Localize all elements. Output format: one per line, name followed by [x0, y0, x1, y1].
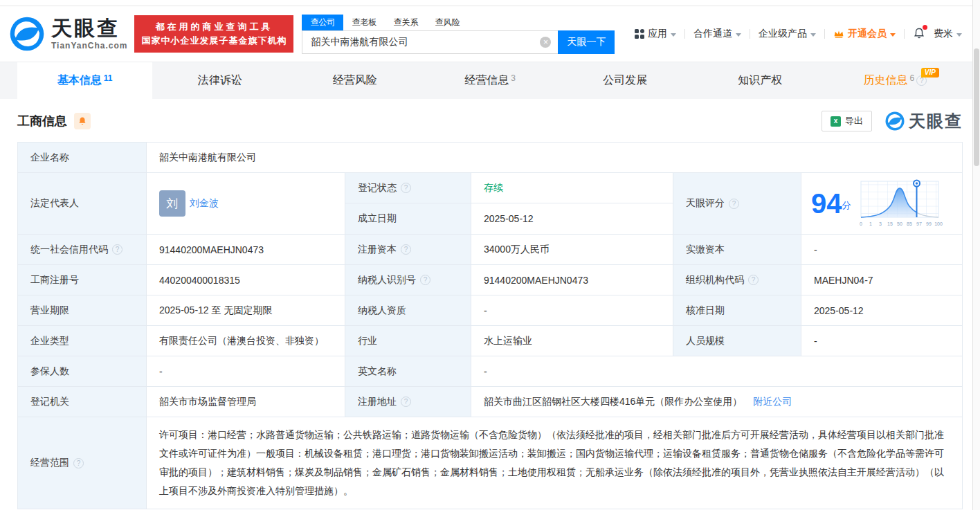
tianyancha-logo-icon — [8, 15, 46, 53]
apps-grid-icon — [635, 29, 644, 39]
taxpayer-id-label: 纳税人识别号 — [345, 265, 471, 295]
help-icon[interactable] — [73, 458, 84, 468]
svg-text:3: 3 — [879, 221, 882, 226]
reg-status-label: 登记状态 — [345, 173, 471, 203]
company-name-value: 韶关中南港航有限公司 — [147, 143, 963, 173]
label-text: 天眼评分 — [686, 197, 725, 210]
credit-code-label: 统一社会信用代码 — [18, 235, 147, 265]
help-icon[interactable] — [401, 183, 411, 193]
help-icon[interactable] — [401, 244, 411, 255]
site-header: 天眼查 TianYanCha.com 都在用的商业查询工具 国家中小企业发展子基… — [0, 6, 980, 62]
search-tab-risk[interactable]: 查风险 — [426, 15, 468, 30]
search-module: 查公司 查老板 查关系 查风险 天眼一下 — [302, 15, 615, 54]
svg-text:99: 99 — [926, 221, 932, 226]
tianyan-score-cell: 94 分 — [801, 173, 963, 235]
clear-search-icon[interactable] — [540, 37, 551, 48]
brand-slogan: 都在用的商业查询工具 国家中小企业发展子基金旗下机构 — [134, 15, 293, 53]
svg-text:97: 97 — [916, 221, 922, 226]
site-logo[interactable]: 天眼查 TianYanCha.com — [8, 15, 127, 53]
nav-divider — [684, 29, 685, 39]
tab-basic-info[interactable]: 基本信息 11 — [17, 62, 152, 99]
nav-channel-label: 合作通道 — [693, 28, 732, 40]
search-input[interactable] — [302, 30, 558, 54]
tab-operating-risk[interactable]: 经营风险 — [287, 62, 422, 99]
tab-history-info[interactable]: VIP 历史信息 6 — [828, 62, 963, 99]
paid-capital-label: 实缴资本 — [673, 235, 801, 265]
approval-date-label: 核准日期 — [673, 295, 801, 326]
svg-text:1: 1 — [869, 221, 872, 226]
svg-text:85: 85 — [907, 221, 912, 226]
export-label: 导出 — [845, 115, 863, 127]
establish-date-value: 2025-05-12 — [471, 203, 673, 235]
tianyancha-logo-icon — [884, 111, 905, 131]
business-info-table: 企业名称 韶关中南港航有限公司 法定代表人 刘 刘金波 登记状态 存续 天眼评分… — [17, 142, 963, 509]
svg-text:0: 0 — [860, 221, 862, 226]
label-text: 登记状态 — [358, 182, 397, 194]
legal-rep-link[interactable]: 刘金波 — [190, 197, 219, 210]
vip-badge: VIP — [921, 68, 939, 78]
scrollbar-thumb[interactable] — [974, 48, 979, 166]
nav-vip-label: 开通会员 — [848, 28, 887, 40]
tab-business-info[interactable]: 经营信息 3 — [422, 62, 557, 99]
score-axis-labels: 0 1 3 15 50 85 97 99 100 — [860, 221, 943, 226]
reg-capital-label: 注册资本 — [345, 235, 471, 265]
avatar[interactable]: 刘 — [159, 190, 185, 217]
table-row: 工商注册号 440200400018315 纳税人识别号 91440200MAE… — [18, 265, 963, 295]
reg-number-value: 440200400018315 — [147, 265, 345, 295]
tab-intellectual-property[interactable]: 知识产权 — [693, 62, 828, 99]
business-term-label: 营业期限 — [18, 295, 147, 326]
label-text: 统一社会信用代码 — [30, 244, 108, 256]
tab-count: 3 — [511, 73, 516, 83]
score-value: 94 — [811, 190, 842, 217]
help-icon[interactable] — [420, 275, 430, 285]
reg-authority-label: 登记机关 — [18, 387, 147, 417]
table-row: 统一社会信用代码 91440200MAEHJN0473 注册资本 34000万人… — [18, 235, 963, 265]
nav-apps[interactable]: 应用 — [635, 28, 676, 40]
nav-user-label: 费米 — [934, 28, 953, 40]
english-name-label: 英文名称 — [345, 356, 471, 387]
search-tab-relation[interactable]: 查关系 — [385, 15, 426, 30]
export-button[interactable]: 导出 — [822, 111, 872, 131]
help-icon[interactable] — [401, 397, 411, 407]
tab-legal-proceedings[interactable]: 法律诉讼 — [152, 62, 287, 99]
nav-products[interactable]: 企业级产品 — [759, 28, 816, 40]
help-icon[interactable] — [729, 199, 739, 209]
search-tab-company[interactable]: 查公司 — [302, 15, 343, 30]
search-tab-boss[interactable]: 查老板 — [343, 15, 385, 30]
company-type-label: 企业类型 — [18, 326, 147, 356]
page-top-divider — [0, 0, 980, 6]
tianyan-score-label: 天眼评分 — [673, 173, 801, 235]
notification-bell[interactable] — [913, 27, 925, 42]
staff-size-value: - — [801, 326, 963, 356]
reg-status-value: 存续 — [471, 173, 673, 203]
tab-count: 11 — [104, 73, 113, 83]
business-scope-label: 经营范围 — [18, 417, 147, 509]
help-icon[interactable] — [748, 275, 759, 285]
table-row: 企业类型 有限责任公司（港澳台投资、非独资） 行业 水上运输业 人员规模 - — [18, 326, 963, 356]
table-row: 参保人数 - 英文名称 - — [18, 356, 963, 387]
crown-icon — [833, 29, 844, 39]
industry-label: 行业 — [345, 326, 471, 356]
nearby-companies-link[interactable]: 附近公司 — [753, 396, 792, 408]
chevron-down-icon — [736, 33, 741, 37]
nav-vip[interactable]: 开通会员 — [833, 28, 896, 40]
address-label: 注册地址 — [345, 387, 471, 417]
search-tabs: 查公司 查老板 查关系 查风险 — [302, 15, 615, 30]
nav-user[interactable]: 费米 — [934, 28, 962, 40]
bell-icon — [78, 116, 87, 126]
search-button[interactable]: 天眼一下 — [558, 30, 615, 54]
monitor-bell-button[interactable] — [74, 113, 91, 129]
svg-text:15: 15 — [887, 221, 893, 226]
nav-channel[interactable]: 合作通道 — [693, 28, 741, 40]
tab-company-development[interactable]: 公司发展 — [558, 62, 693, 99]
nav-divider — [904, 29, 905, 39]
tab-label: 基本信息 — [57, 73, 102, 88]
tab-count: 6 — [910, 73, 915, 83]
company-type-value: 有限责任公司（港澳台投资、非独资） — [147, 326, 345, 356]
industry-value: 水上运输业 — [471, 326, 673, 356]
org-code-value: MAEHJN04-7 — [801, 265, 963, 295]
vertical-scrollbar[interactable] — [972, 0, 980, 510]
help-icon[interactable] — [112, 244, 122, 255]
business-scope-value: 许可项目：港口经营；水路普通货物运输；公共铁路运输；道路货物运输（不含危险货物）… — [147, 417, 963, 509]
reg-authority-value: 韶关市市场监督管理局 — [147, 387, 345, 417]
